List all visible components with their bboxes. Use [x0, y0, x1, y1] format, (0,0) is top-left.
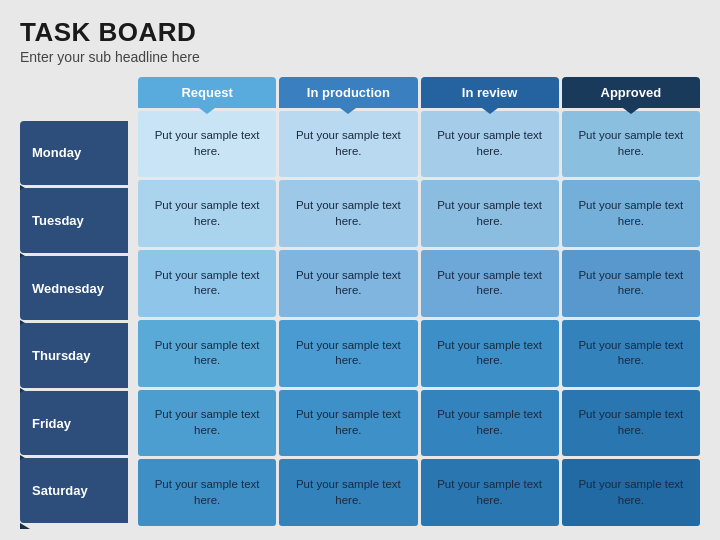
cell-saturday-request[interactable]: Put your sample text here. — [138, 459, 276, 526]
data-row-friday: Put your sample text here.Put your sampl… — [138, 390, 700, 457]
col-header-approved: Approved — [562, 77, 700, 108]
cell-monday-inprod[interactable]: Put your sample text here. — [279, 111, 417, 178]
cell-monday-request[interactable]: Put your sample text here. — [138, 111, 276, 178]
data-row-thursday: Put your sample text here.Put your sampl… — [138, 320, 700, 387]
cell-wednesday-approved[interactable]: Put your sample text here. — [562, 250, 700, 317]
cell-thursday-approved[interactable]: Put your sample text here. — [562, 320, 700, 387]
row-label-tuesday: Tuesday — [20, 188, 138, 253]
cell-tuesday-inprod[interactable]: Put your sample text here. — [279, 180, 417, 247]
cell-friday-request[interactable]: Put your sample text here. — [138, 390, 276, 457]
board-container: MondayTuesdayWednesdayThursdayFridaySatu… — [20, 77, 700, 526]
row-label-monday: Monday — [20, 121, 138, 186]
grid-area: RequestIn productionIn reviewApproved Pu… — [138, 77, 700, 526]
data-row-saturday: Put your sample text here.Put your sampl… — [138, 459, 700, 526]
cell-saturday-inreview[interactable]: Put your sample text here. — [421, 459, 559, 526]
cell-friday-inprod[interactable]: Put your sample text here. — [279, 390, 417, 457]
data-rows: Put your sample text here.Put your sampl… — [138, 111, 700, 526]
cell-friday-inreview[interactable]: Put your sample text here. — [421, 390, 559, 457]
cell-saturday-approved[interactable]: Put your sample text here. — [562, 459, 700, 526]
data-row-tuesday: Put your sample text here.Put your sampl… — [138, 180, 700, 247]
cell-wednesday-inreview[interactable]: Put your sample text here. — [421, 250, 559, 317]
row-label-thursday: Thursday — [20, 323, 138, 388]
row-label-text-tuesday: Tuesday — [20, 188, 128, 253]
row-label-wednesday: Wednesday — [20, 256, 138, 321]
col-header-inreview: In review — [421, 77, 559, 108]
label-spacer — [20, 77, 138, 121]
col-header-inprod: In production — [279, 77, 417, 108]
row-label-text-monday: Monday — [20, 121, 128, 186]
col-header-request: Request — [138, 77, 276, 108]
page-subtitle: Enter your sub headline here — [20, 49, 700, 65]
cell-monday-approved[interactable]: Put your sample text here. — [562, 111, 700, 178]
cell-friday-approved[interactable]: Put your sample text here. — [562, 390, 700, 457]
row-label-text-thursday: Thursday — [20, 323, 128, 388]
page-title: TASK BOARD — [20, 18, 700, 47]
cell-wednesday-inprod[interactable]: Put your sample text here. — [279, 250, 417, 317]
cell-thursday-request[interactable]: Put your sample text here. — [138, 320, 276, 387]
row-label-text-wednesday: Wednesday — [20, 256, 128, 321]
column-headers: RequestIn productionIn reviewApproved — [138, 77, 700, 108]
data-row-wednesday: Put your sample text here.Put your sampl… — [138, 250, 700, 317]
data-row-monday: Put your sample text here.Put your sampl… — [138, 111, 700, 178]
cell-tuesday-inreview[interactable]: Put your sample text here. — [421, 180, 559, 247]
cell-saturday-inprod[interactable]: Put your sample text here. — [279, 459, 417, 526]
cell-thursday-inreview[interactable]: Put your sample text here. — [421, 320, 559, 387]
cell-tuesday-request[interactable]: Put your sample text here. — [138, 180, 276, 247]
row-label-text-saturday: Saturday — [20, 458, 128, 523]
row-label-friday: Friday — [20, 391, 138, 456]
row-label-saturday: Saturday — [20, 458, 138, 523]
row-labels: MondayTuesdayWednesdayThursdayFridaySatu… — [20, 77, 138, 526]
cell-wednesday-request[interactable]: Put your sample text here. — [138, 250, 276, 317]
cell-tuesday-approved[interactable]: Put your sample text here. — [562, 180, 700, 247]
row-label-text-friday: Friday — [20, 391, 128, 456]
cell-monday-inreview[interactable]: Put your sample text here. — [421, 111, 559, 178]
cell-thursday-inprod[interactable]: Put your sample text here. — [279, 320, 417, 387]
